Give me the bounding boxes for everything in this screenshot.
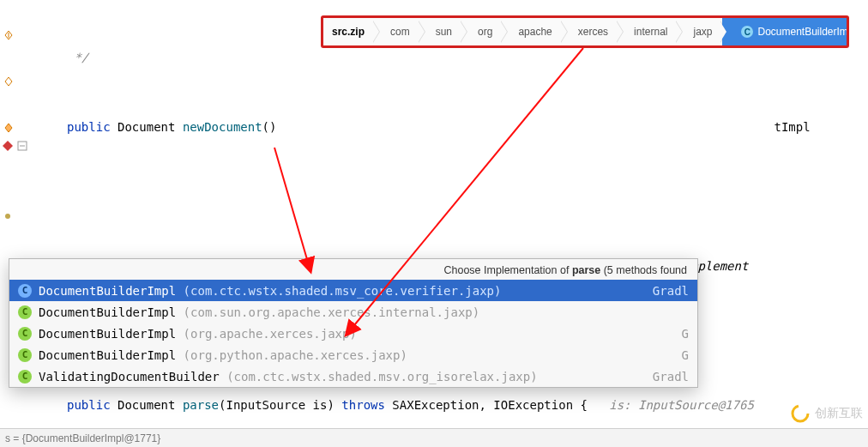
source-label: G [682, 327, 689, 341]
breadcrumb-item[interactable]: internal [618, 18, 678, 45]
class-icon: C [18, 370, 32, 384]
gutter-marker[interactable] [3, 122, 14, 132]
popup-row[interactable]: C DocumentBuilderImpl (org.python.apache… [9, 344, 697, 365]
breadcrumb-item[interactable]: xerces [563, 18, 618, 45]
watermark-icon [791, 404, 810, 423]
keyword: public [67, 398, 111, 412]
label: sun [436, 26, 452, 38]
class-icon: C [18, 327, 32, 341]
label: jaxp [693, 26, 712, 38]
inline-hint: is: InputSource@1765 [609, 398, 754, 412]
source-label: Gradl [653, 284, 689, 298]
breadcrumb-item[interactable]: apache [503, 18, 562, 45]
expand-icon[interactable] [17, 140, 27, 150]
class-name: DocumentBuilderImpl [39, 348, 176, 362]
breadcrumb-item[interactable]: com [375, 18, 420, 45]
svg-point-5 [793, 406, 808, 421]
svg-point-2 [5, 214, 10, 219]
breadcrumb[interactable]: src.zip com sun org apache xerces intern… [321, 15, 849, 48]
params: (InputSource is) [219, 398, 335, 412]
label: src.zip [332, 26, 365, 38]
breadcrumb-item-active[interactable]: C DocumentBuilderImpl [722, 18, 849, 45]
class-name: DocumentBuilderImpl [39, 305, 176, 319]
class-name: DocumentBuilderImpl [39, 284, 176, 298]
gutter-marker[interactable] [3, 29, 14, 39]
status-text: s = {DocumentBuilderImpl@1771} [5, 432, 160, 444]
package: (com.ctc.wstx.shaded.msv_core.verifier.j… [184, 284, 502, 298]
text-tail: tImpl [774, 120, 810, 134]
class-icon: C [18, 348, 32, 362]
comment: */ [67, 51, 88, 64]
popup-row[interactable]: C DocumentBuilderImpl (com.sun.org.apach… [9, 301, 697, 323]
popup-title: Choose Implementation of parse (5 method… [9, 259, 697, 280]
package: (com.ctc.wstx.shaded.msv.org_isorelax.ja… [226, 370, 537, 384]
package: (com.sun.org.apache.xerces.internal.jaxp… [184, 305, 480, 319]
breadcrumb-item[interactable]: sun [420, 18, 462, 45]
method[interactable]: parse [183, 398, 219, 412]
label: com [390, 26, 410, 38]
class-icon: C [741, 26, 753, 38]
class-name: DocumentBuilderImpl [39, 327, 176, 341]
popup-row[interactable]: C DocumentBuilderImpl (org.apache.xerces… [9, 323, 697, 344]
exceptions: SAXException, IOException [392, 398, 573, 412]
package: (org.python.apache.xerces.jaxp) [184, 348, 407, 362]
source-label: Gradl [653, 370, 689, 384]
class-icon: C [18, 305, 32, 319]
label: xerces [578, 26, 608, 38]
popup-row[interactable]: C ValidatingDocumentBuilder (com.ctc.wst… [9, 365, 697, 387]
keyword: public [67, 120, 111, 134]
watermark-text: 创新互联 [815, 406, 863, 421]
source-label: G [682, 348, 689, 362]
type: Document [118, 120, 175, 134]
gutter-marker[interactable] [3, 76, 14, 86]
class-icon: C [18, 284, 32, 298]
implementations-popup[interactable]: Choose Implementation of parse (5 method… [9, 258, 698, 388]
label: apache [518, 26, 552, 38]
keyword: throws [341, 398, 385, 412]
breadcrumb-item[interactable]: jaxp [678, 18, 722, 45]
package: (org.apache.xerces.jaxp) [184, 327, 357, 341]
breakpoint-icon[interactable] [2, 140, 12, 150]
breadcrumb-item[interactable]: src.zip [323, 18, 375, 45]
label: org [478, 26, 492, 38]
class-name: ValidatingDocumentBuilder [39, 370, 220, 384]
method[interactable]: newDocument [183, 120, 262, 134]
label: internal [634, 26, 667, 38]
popup-row[interactable]: C DocumentBuilderImpl (com.ctc.wstx.shad… [9, 280, 697, 301]
brace: { [581, 398, 588, 412]
watermark: 创新互联 [791, 404, 863, 423]
label: DocumentBuilderImpl [757, 26, 849, 38]
paren: () [262, 120, 277, 134]
gutter-dot [3, 209, 14, 220]
type: Document [118, 398, 175, 412]
status-bar: s = {DocumentBuilderImpl@1771} [0, 428, 868, 447]
breadcrumb-item[interactable]: org [462, 18, 503, 45]
